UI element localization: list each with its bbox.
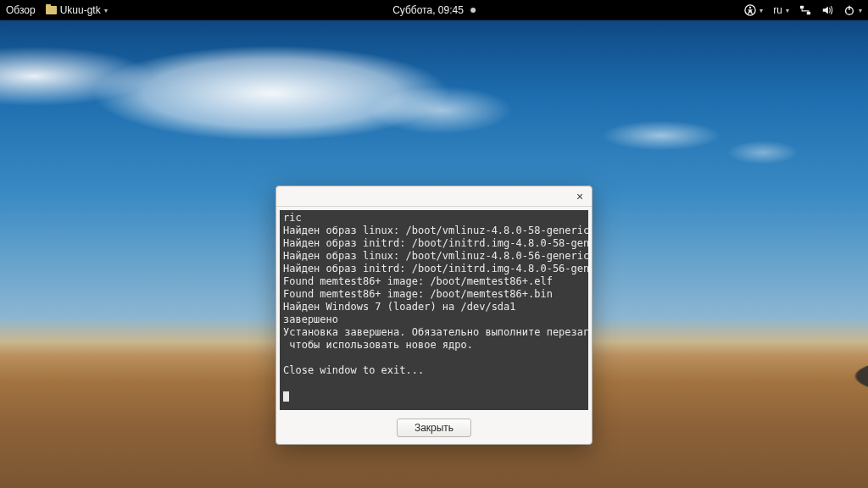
close-icon: × — [576, 190, 583, 203]
chevron-down-icon: ▾ — [859, 7, 862, 14]
svg-rect-3 — [807, 12, 810, 15]
app-menu-label: Ukuu-gtk — [60, 4, 101, 16]
network-wired-icon — [799, 4, 811, 16]
terminal-output: ric Найден образ linux: /boot/vmlinuz-4.… — [280, 210, 588, 410]
activities-button[interactable]: Обзор — [6, 4, 36, 16]
close-button[interactable]: Закрыть — [397, 419, 471, 437]
volume-icon — [821, 4, 833, 16]
power-menu[interactable]: ▾ — [843, 4, 862, 16]
accessibility-menu[interactable]: ▾ — [744, 4, 763, 16]
chevron-down-icon: ▾ — [786, 7, 789, 14]
clock-menu[interactable]: Суббота, 09:45 — [392, 4, 476, 16]
top-panel: Обзор Ukuu-gtk ▾ Суббота, 09:45 ▾ ru ▾ — [0, 0, 868, 20]
keyboard-layout-label: ru — [773, 4, 782, 16]
chevron-down-icon: ▾ — [760, 7, 763, 14]
install-complete-dialog: × ric Найден образ linux: /boot/vmlinuz-… — [275, 186, 593, 445]
clock-label: Суббота, 09:45 — [392, 4, 464, 16]
network-indicator[interactable] — [799, 4, 811, 16]
dialog-titlebar[interactable]: × — [276, 186, 592, 207]
app-icon — [46, 6, 57, 14]
close-button-label: Закрыть — [415, 422, 453, 434]
keyboard-layout-menu[interactable]: ru ▾ — [773, 4, 789, 16]
dialog-body: ric Найден образ linux: /boot/vmlinuz-4.… — [276, 207, 592, 413]
volume-indicator[interactable] — [821, 4, 833, 16]
notification-dot-icon — [470, 8, 476, 13]
accessibility-icon — [744, 4, 756, 16]
dialog-close-button[interactable]: × — [573, 190, 587, 203]
svg-rect-2 — [800, 6, 804, 9]
app-menu[interactable]: Ukuu-gtk ▾ — [46, 4, 108, 16]
chevron-down-icon: ▾ — [104, 7, 108, 14]
terminal-cursor — [283, 391, 289, 402]
activities-label: Обзор — [6, 4, 36, 16]
svg-point-1 — [749, 7, 751, 8]
power-icon — [843, 4, 855, 16]
dialog-footer: Закрыть — [276, 413, 592, 444]
